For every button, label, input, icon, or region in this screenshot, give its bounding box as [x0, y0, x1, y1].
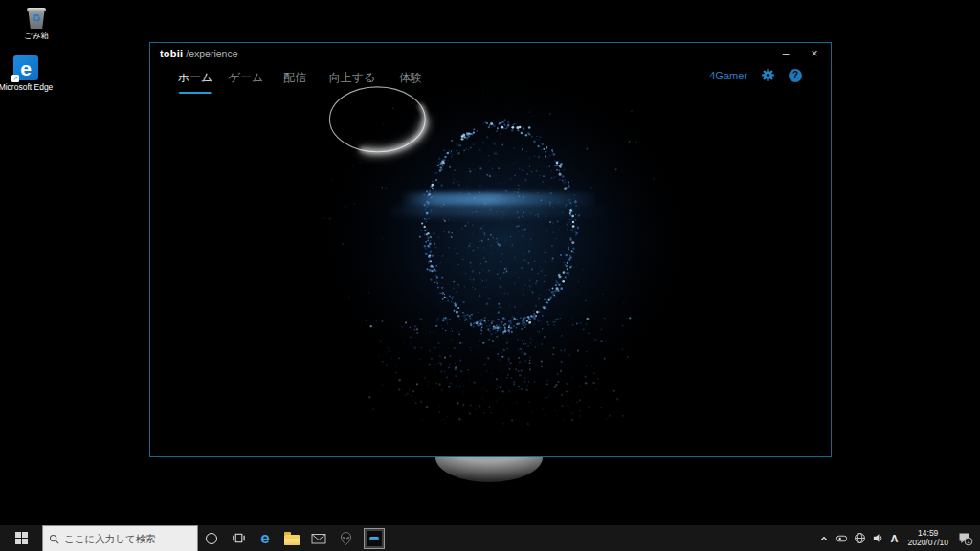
tab-improve[interactable]: 向上する: [329, 70, 376, 92]
start-button[interactable]: [0, 525, 42, 551]
tab-home[interactable]: ホーム: [178, 70, 213, 92]
recycle-bin-label: ごみ箱: [24, 32, 49, 40]
mail-button[interactable]: [305, 525, 332, 551]
volume-tray-button[interactable]: [869, 525, 887, 551]
gaze-bubble-icon: [329, 87, 425, 152]
recycle-bin-icon: ♻: [26, 8, 47, 29]
tobii-app-icon: [364, 528, 385, 549]
minimize-button[interactable]: –: [777, 45, 794, 62]
taskbar-search[interactable]: [42, 525, 198, 551]
tobii-tray-button[interactable]: [833, 525, 851, 551]
alienware-icon: [339, 531, 353, 546]
task-view-button[interactable]: [225, 525, 252, 551]
titlebar[interactable]: tobii /experience – ×: [150, 43, 831, 64]
tray-expand-button[interactable]: [815, 525, 833, 551]
network-globe-icon: [854, 532, 866, 544]
particle-face: [150, 43, 831, 457]
tobii-experience-window: tobii /experience – × ホーム ゲーム 配信 向上する 体験…: [149, 42, 832, 457]
tab-game[interactable]: ゲーム: [229, 70, 264, 92]
cortana-icon: [206, 533, 217, 544]
app-logo: tobii: [160, 48, 183, 59]
tab-stream[interactable]: 配信: [283, 70, 306, 92]
desktop: { "desktop": { "recycle_bin_label": "ごみ箱…: [0, 0, 980, 551]
ime-indicator[interactable]: A: [887, 525, 902, 551]
help-button[interactable]: ?: [789, 69, 802, 82]
face-backglow: [296, 53, 716, 425]
desktop-icon-microsoft-edge[interactable]: e ↗ Microsoft Edge: [0, 55, 56, 92]
notification-center-button[interactable]: 1: [954, 525, 976, 551]
nav-bar: ホーム ゲーム 配信 向上する 体験 4Gamer ?: [150, 66, 831, 91]
recycle-symbol-icon: ♻: [26, 12, 47, 24]
mail-icon: [311, 532, 326, 545]
cortana-button[interactable]: [198, 525, 225, 551]
wallpaper-orb: [435, 457, 543, 482]
chevron-up-icon: [818, 533, 830, 544]
close-button[interactable]: ×: [806, 45, 823, 62]
windows-logo-icon: [15, 532, 28, 544]
taskbar-edge-button[interactable]: e: [252, 525, 278, 551]
edge-icon: e ↗: [13, 55, 38, 80]
search-icon: [49, 534, 59, 544]
speaker-icon: [872, 532, 884, 544]
task-view-icon: [232, 531, 246, 545]
notification-badge: 1: [967, 539, 969, 544]
taskbar: e: [0, 525, 980, 551]
network-tray-button[interactable]: [851, 525, 869, 551]
edge-label: Microsoft Edge: [0, 83, 53, 92]
settings-gear-icon[interactable]: [761, 68, 775, 82]
search-input[interactable]: [64, 533, 191, 544]
edge-icon: e: [260, 530, 269, 546]
clock-date: 2020/07/10: [907, 539, 948, 548]
alienware-button[interactable]: [332, 525, 359, 551]
app-logo-suffix: /experience: [186, 48, 237, 59]
active-tab-underline: [179, 92, 212, 94]
tobii-tray-icon: [835, 533, 848, 544]
file-explorer-button[interactable]: [278, 525, 305, 551]
face-dots: [323, 90, 683, 425]
scan-band: [400, 193, 598, 206]
desktop-icon-recycle-bin[interactable]: ♻ ごみ箱: [6, 8, 67, 40]
partner-link-4gamer[interactable]: 4Gamer: [709, 70, 747, 81]
system-tray: A 14:59 2020/07/10 1: [815, 525, 980, 551]
tab-try[interactable]: 体験: [399, 70, 422, 92]
scan-band-lower: [387, 207, 610, 215]
folder-icon: [284, 535, 300, 545]
shortcut-arrow-icon: ↗: [11, 75, 19, 82]
tobii-app-button-active[interactable]: [359, 525, 390, 551]
notification-icon: 1: [957, 531, 973, 546]
taskbar-clock[interactable]: 14:59 2020/07/10: [902, 529, 954, 547]
